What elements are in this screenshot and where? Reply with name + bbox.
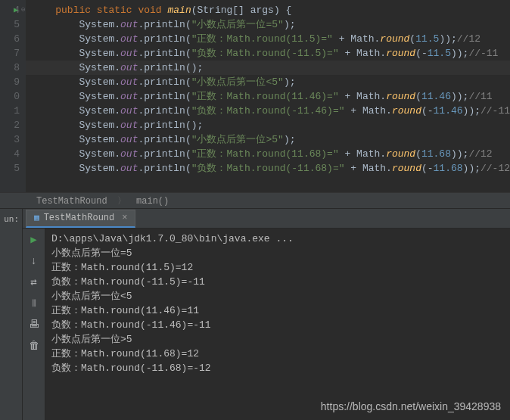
console-line: 负数：Math.round(-11.68)=-12 bbox=[51, 361, 504, 375]
console-line: 负数：Math.round(-11.5)=-11 bbox=[51, 275, 504, 289]
console-line: 正数：Math.round(11.5)=12 bbox=[51, 260, 504, 275]
console-output[interactable]: D:\apps\Java\jdk1.7.0_80\bin\java.exe ..… bbox=[45, 229, 510, 420]
console-line: D:\apps\Java\jdk1.7.0_80\bin\java.exe ..… bbox=[51, 232, 504, 246]
watermark: https://blog.csdn.net/weixin_39428938 bbox=[321, 400, 501, 412]
run-config-icon: ▦ bbox=[34, 209, 39, 227]
console-line: 正数：Math.round(11.46)=11 bbox=[51, 303, 504, 318]
console-line: 小数点后第一位>5 bbox=[51, 332, 504, 347]
run-tool-label: un: bbox=[0, 209, 23, 420]
gutter: ▶⊖4 5 6 7 8 9 0 1 2 3 4 5 bbox=[0, 0, 26, 192]
run-panel: un: ▦ TestMathRound × ▶ ↓ ⇄ ⫴ 🖶 🗑 D:\app… bbox=[0, 209, 510, 420]
breadcrumb-sep-icon: 〉 bbox=[117, 196, 126, 207]
breadcrumb-method[interactable]: main() bbox=[136, 196, 169, 207]
filter-icon[interactable]: ⇄ bbox=[27, 275, 41, 289]
trash-icon[interactable]: 🗑 bbox=[27, 339, 41, 353]
console-line: 负数：Math.round(-11.46)=-11 bbox=[51, 318, 504, 332]
breadcrumb-class[interactable]: TestMathRound bbox=[36, 196, 107, 207]
run-toolbar: ▶ ↓ ⇄ ⫴ 🖶 🗑 bbox=[23, 229, 45, 420]
breadcrumb[interactable]: TestMathRound 〉 main() bbox=[0, 192, 510, 209]
console-line: 正数：Math.round(11.68)=12 bbox=[51, 347, 504, 361]
code-editor[interactable]: ▶⊖4 5 6 7 8 9 0 1 2 3 4 5 public static … bbox=[0, 0, 510, 192]
console-line: 小数点后第一位=5 bbox=[51, 246, 504, 260]
stop-icon[interactable]: ↓ bbox=[27, 254, 41, 268]
run-line-icon[interactable]: ▶ bbox=[14, 3, 18, 17]
console-line: 小数点后第一位<5 bbox=[51, 289, 504, 303]
run-tab-label: TestMathRound bbox=[44, 209, 115, 227]
rerun-icon[interactable]: ▶ bbox=[27, 233, 41, 247]
close-icon[interactable]: × bbox=[122, 209, 127, 227]
code-area[interactable]: public static void main(String[] args) {… bbox=[26, 0, 510, 192]
print-icon[interactable]: 🖶 bbox=[27, 318, 41, 331]
fold-icon[interactable]: ⊖ bbox=[21, 3, 25, 17]
layout-icon[interactable]: ⫴ bbox=[27, 297, 41, 310]
run-tabbar: ▦ TestMathRound × bbox=[23, 209, 510, 229]
run-tab[interactable]: ▦ TestMathRound × bbox=[26, 210, 135, 228]
